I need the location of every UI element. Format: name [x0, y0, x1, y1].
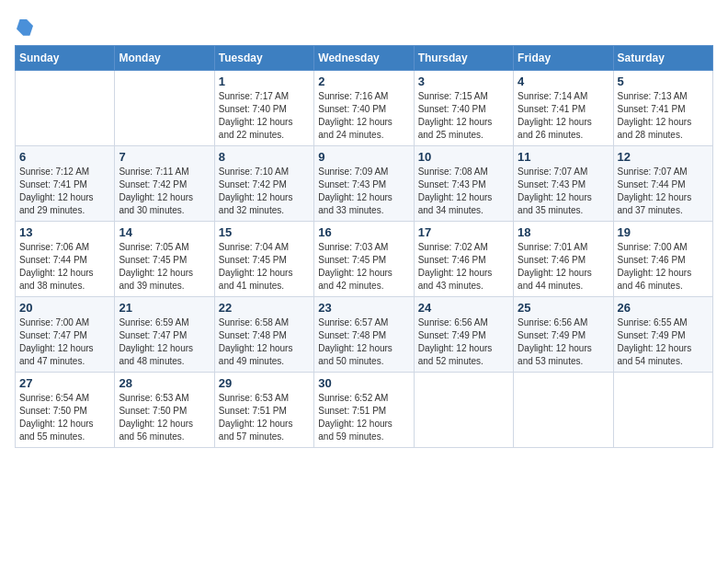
calendar-cell [514, 372, 613, 447]
day-detail: Sunrise: 7:13 AM Sunset: 7:41 PM Dayligh… [618, 90, 709, 142]
day-number: 14 [119, 225, 210, 239]
day-number: 1 [219, 75, 310, 88]
calendar-cell: 2Sunrise: 7:16 AM Sunset: 7:40 PM Daylig… [314, 70, 414, 145]
calendar-cell: 25Sunrise: 6:56 AM Sunset: 7:49 PM Dayli… [514, 296, 613, 372]
calendar-cell: 23Sunrise: 6:57 AM Sunset: 7:48 PM Dayli… [314, 296, 414, 372]
day-detail: Sunrise: 7:09 AM Sunset: 7:43 PM Dayligh… [318, 166, 409, 217]
calendar-cell: 7Sunrise: 7:11 AM Sunset: 7:42 PM Daylig… [115, 145, 214, 221]
logo [15, 15, 33, 36]
day-detail: Sunrise: 7:02 AM Sunset: 7:46 PM Dayligh… [418, 241, 509, 293]
day-number: 28 [119, 376, 210, 390]
day-detail: Sunrise: 6:53 AM Sunset: 7:50 PM Dayligh… [119, 392, 210, 443]
day-number: 7 [119, 150, 210, 164]
day-number: 16 [318, 225, 409, 239]
calendar-cell: 12Sunrise: 7:07 AM Sunset: 7:44 PM Dayli… [613, 145, 712, 221]
day-detail: Sunrise: 7:07 AM Sunset: 7:43 PM Dayligh… [518, 166, 609, 217]
calendar-cell: 28Sunrise: 6:53 AM Sunset: 7:50 PM Dayli… [115, 372, 214, 447]
calendar-cell: 30Sunrise: 6:52 AM Sunset: 7:51 PM Dayli… [314, 372, 414, 447]
logo-icon [17, 19, 33, 36]
calendar-cell: 16Sunrise: 7:03 AM Sunset: 7:45 PM Dayli… [314, 221, 414, 296]
calendar-cell: 10Sunrise: 7:08 AM Sunset: 7:43 PM Dayli… [414, 145, 513, 221]
calendar-week-1: 1Sunrise: 7:17 AM Sunset: 7:40 PM Daylig… [16, 70, 713, 145]
calendar-cell: 29Sunrise: 6:53 AM Sunset: 7:51 PM Dayli… [214, 372, 313, 447]
day-detail: Sunrise: 7:08 AM Sunset: 7:43 PM Dayligh… [418, 166, 509, 217]
day-detail: Sunrise: 7:00 AM Sunset: 7:47 PM Dayligh… [19, 316, 110, 368]
calendar-cell: 9Sunrise: 7:09 AM Sunset: 7:43 PM Daylig… [314, 145, 414, 221]
logo-top [15, 15, 33, 36]
day-number: 4 [518, 75, 609, 88]
calendar-header-tuesday: Tuesday [214, 45, 313, 70]
calendar-cell: 8Sunrise: 7:10 AM Sunset: 7:42 PM Daylig… [214, 145, 313, 221]
day-detail: Sunrise: 6:53 AM Sunset: 7:51 PM Dayligh… [219, 392, 310, 443]
calendar-cell: 1Sunrise: 7:17 AM Sunset: 7:40 PM Daylig… [214, 70, 313, 145]
day-number: 19 [618, 225, 709, 239]
day-number: 25 [518, 301, 609, 315]
day-number: 22 [219, 301, 310, 315]
day-number: 30 [318, 376, 409, 390]
day-detail: Sunrise: 6:58 AM Sunset: 7:48 PM Dayligh… [219, 316, 310, 368]
day-detail: Sunrise: 7:05 AM Sunset: 7:45 PM Dayligh… [119, 241, 210, 293]
calendar-cell [16, 70, 115, 145]
day-number: 13 [19, 225, 110, 239]
calendar-cell: 22Sunrise: 6:58 AM Sunset: 7:48 PM Dayli… [214, 296, 313, 372]
day-detail: Sunrise: 7:14 AM Sunset: 7:41 PM Dayligh… [518, 90, 609, 142]
calendar-cell: 4Sunrise: 7:14 AM Sunset: 7:41 PM Daylig… [514, 70, 613, 145]
day-detail: Sunrise: 6:55 AM Sunset: 7:49 PM Dayligh… [618, 316, 709, 368]
day-detail: Sunrise: 6:56 AM Sunset: 7:49 PM Dayligh… [518, 316, 609, 368]
calendar-header-monday: Monday [115, 45, 214, 70]
calendar-week-4: 20Sunrise: 7:00 AM Sunset: 7:47 PM Dayli… [16, 296, 713, 372]
calendar-cell: 26Sunrise: 6:55 AM Sunset: 7:49 PM Dayli… [613, 296, 712, 372]
calendar-cell: 18Sunrise: 7:01 AM Sunset: 7:46 PM Dayli… [514, 221, 613, 296]
calendar-cell: 3Sunrise: 7:15 AM Sunset: 7:40 PM Daylig… [414, 70, 513, 145]
day-detail: Sunrise: 7:00 AM Sunset: 7:46 PM Dayligh… [618, 241, 709, 293]
day-number: 27 [19, 376, 110, 390]
calendar-table: SundayMondayTuesdayWednesdayThursdayFrid… [15, 45, 713, 448]
calendar-cell [115, 70, 214, 145]
calendar-header-sunday: Sunday [16, 45, 115, 70]
calendar-header-saturday: Saturday [613, 45, 712, 70]
day-detail: Sunrise: 7:11 AM Sunset: 7:42 PM Dayligh… [119, 166, 210, 217]
calendar-cell: 15Sunrise: 7:04 AM Sunset: 7:45 PM Dayli… [214, 221, 313, 296]
day-detail: Sunrise: 7:06 AM Sunset: 7:44 PM Dayligh… [19, 241, 110, 293]
day-number: 10 [418, 150, 509, 164]
calendar-week-5: 27Sunrise: 6:54 AM Sunset: 7:50 PM Dayli… [16, 372, 713, 447]
day-number: 29 [219, 376, 310, 390]
day-detail: Sunrise: 6:54 AM Sunset: 7:50 PM Dayligh… [19, 392, 110, 443]
day-detail: Sunrise: 7:07 AM Sunset: 7:44 PM Dayligh… [618, 166, 709, 217]
calendar-cell: 27Sunrise: 6:54 AM Sunset: 7:50 PM Dayli… [16, 372, 115, 447]
day-number: 26 [618, 301, 709, 315]
day-number: 20 [19, 301, 110, 315]
calendar-cell: 14Sunrise: 7:05 AM Sunset: 7:45 PM Dayli… [115, 221, 214, 296]
calendar-week-3: 13Sunrise: 7:06 AM Sunset: 7:44 PM Dayli… [16, 221, 713, 296]
calendar-cell: 17Sunrise: 7:02 AM Sunset: 7:46 PM Dayli… [414, 221, 513, 296]
day-number: 9 [318, 150, 409, 164]
day-detail: Sunrise: 6:52 AM Sunset: 7:51 PM Dayligh… [318, 392, 409, 443]
day-number: 23 [318, 301, 409, 315]
calendar-header-thursday: Thursday [414, 45, 513, 70]
calendar-week-2: 6Sunrise: 7:12 AM Sunset: 7:41 PM Daylig… [16, 145, 713, 221]
calendar-cell: 11Sunrise: 7:07 AM Sunset: 7:43 PM Dayli… [514, 145, 613, 221]
day-number: 2 [318, 75, 409, 88]
calendar-header-row: SundayMondayTuesdayWednesdayThursdayFrid… [16, 45, 713, 70]
day-number: 18 [518, 225, 609, 239]
day-detail: Sunrise: 7:17 AM Sunset: 7:40 PM Dayligh… [219, 90, 310, 142]
calendar-cell: 6Sunrise: 7:12 AM Sunset: 7:41 PM Daylig… [16, 145, 115, 221]
day-number: 21 [119, 301, 210, 315]
day-detail: Sunrise: 7:03 AM Sunset: 7:45 PM Dayligh… [318, 241, 409, 293]
calendar-cell: 20Sunrise: 7:00 AM Sunset: 7:47 PM Dayli… [16, 296, 115, 372]
day-detail: Sunrise: 7:12 AM Sunset: 7:41 PM Dayligh… [19, 166, 110, 217]
day-number: 15 [219, 225, 310, 239]
day-detail: Sunrise: 7:16 AM Sunset: 7:40 PM Dayligh… [318, 90, 409, 142]
calendar-cell: 21Sunrise: 6:59 AM Sunset: 7:47 PM Dayli… [115, 296, 214, 372]
day-detail: Sunrise: 7:10 AM Sunset: 7:42 PM Dayligh… [219, 166, 310, 217]
day-number: 11 [518, 150, 609, 164]
day-number: 24 [418, 301, 509, 315]
calendar-cell: 13Sunrise: 7:06 AM Sunset: 7:44 PM Dayli… [16, 221, 115, 296]
day-detail: Sunrise: 7:04 AM Sunset: 7:45 PM Dayligh… [219, 241, 310, 293]
calendar-cell [613, 372, 712, 447]
calendar-cell: 24Sunrise: 6:56 AM Sunset: 7:49 PM Dayli… [414, 296, 513, 372]
calendar-cell [414, 372, 513, 447]
calendar-cell: 5Sunrise: 7:13 AM Sunset: 7:41 PM Daylig… [613, 70, 712, 145]
day-number: 8 [219, 150, 310, 164]
day-number: 5 [618, 75, 709, 88]
